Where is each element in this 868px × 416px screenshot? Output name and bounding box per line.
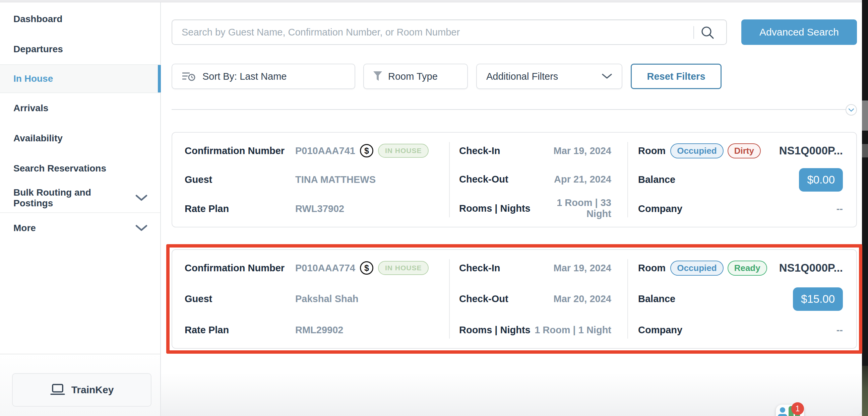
search-icon[interactable]	[700, 25, 715, 40]
check-in-date: Mar 19, 2024	[553, 146, 611, 156]
dollar-icon[interactable]: $	[360, 261, 373, 275]
chat-logo-shape	[778, 414, 787, 416]
sidebar-item-label: Availability	[13, 133, 63, 144]
chevron-down-icon	[601, 73, 612, 79]
confirmation-label: Confirmation Number	[185, 146, 295, 156]
sidebar-item-departures[interactable]: Departures	[0, 34, 160, 64]
rooms-nights-value: 1 Room | 1 Night	[534, 325, 611, 335]
sidebar-item-bulk-routing-and-postings[interactable]: Bulk Routing and Postings	[0, 184, 160, 213]
sidebar-item-arrivals[interactable]: Arrivals	[0, 93, 160, 123]
sidebar-item-more[interactable]: More	[0, 213, 160, 243]
room-type-label: Room Type	[388, 71, 438, 82]
company-value: --	[837, 203, 843, 214]
check-in-date: Mar 19, 2024	[553, 263, 611, 274]
divider-line	[172, 109, 846, 110]
room-number: NS1Q000P...	[779, 262, 843, 274]
sidebar-item-label: More	[13, 223, 36, 233]
laptop-icon	[50, 384, 65, 396]
card-col-dates: Check-In Mar 19, 2024 Check-Out Mar 20, …	[449, 250, 627, 348]
chevron-down-icon	[135, 195, 148, 201]
check-out-date: Mar 20, 2024	[553, 293, 611, 305]
search-input[interactable]	[172, 20, 726, 44]
balance-button[interactable]: $0.00	[799, 168, 843, 192]
sidebar-item-in-house[interactable]: In House	[0, 64, 160, 93]
additional-filters-dropdown[interactable]: Additional Filters	[476, 64, 622, 89]
room-type-filter[interactable]: Room Type	[363, 64, 468, 89]
guest-name: Pakshal Shah	[295, 293, 359, 305]
sidebar: Dashboard Departures In House Arrivals A…	[0, 2, 161, 416]
sidebar-item-label: In House	[13, 73, 53, 84]
filter-row: Sort By: Last Name Room Type Additional …	[172, 64, 857, 89]
chat-logo-shape	[780, 407, 785, 413]
confirmation-group: P010AAA774 $ IN HOUSE	[295, 261, 429, 275]
sort-by-dropdown[interactable]: Sort By: Last Name	[172, 64, 355, 89]
dollar-icon[interactable]: $	[360, 144, 373, 157]
confirmation-label: Confirmation Number	[185, 263, 295, 274]
in-house-screen: { "sidebar": { "items": [ {"label": "Das…	[0, 0, 868, 416]
sidebar-item-label: Departures	[13, 44, 63, 55]
check-in-label: Check-In	[459, 146, 500, 156]
sidebar-item-label: Arrivals	[13, 103, 48, 114]
sidebar-item-label: Dashboard	[13, 14, 62, 25]
card-col-reservation: Confirmation Number P010AAA741 $ IN HOUS…	[172, 133, 449, 227]
sort-icon	[182, 71, 196, 82]
rooms-nights-label: Rooms | Nights	[459, 325, 530, 335]
balance-label: Balance	[638, 174, 675, 185]
advanced-search-button[interactable]: Advanced Search	[741, 20, 857, 45]
reservation-card[interactable]: Confirmation Number P010AAA774 $ IN HOUS…	[172, 249, 857, 349]
rooms-nights-label: Rooms | Nights	[459, 203, 530, 214]
additional-filters-label: Additional Filters	[486, 71, 558, 82]
search-row: Advanced Search	[172, 20, 857, 45]
company-label: Company	[638, 325, 682, 335]
search-box	[172, 20, 727, 45]
balance-label: Balance	[638, 293, 675, 305]
sidebar-item-dashboard[interactable]: Dashboard	[0, 4, 160, 34]
room-label: Room	[638, 146, 665, 156]
room-number: NS1Q000P...	[779, 145, 843, 157]
chevron-down-icon	[848, 108, 854, 112]
card-col-room: Room Occupied Ready NS1Q000P... Balance …	[627, 250, 858, 348]
collapse-toggle[interactable]	[845, 104, 857, 116]
desktop-edge	[862, 0, 868, 416]
notification-badge: 1	[791, 402, 804, 415]
check-out-label: Check-Out	[459, 174, 508, 185]
check-in-label: Check-In	[459, 263, 500, 274]
occupied-pill: Occupied	[670, 261, 723, 276]
check-out-label: Check-Out	[459, 293, 508, 305]
confirmation-number: P010AAA774	[295, 263, 355, 274]
guest-label: Guest	[185, 293, 295, 305]
housekeeping-pill: Dirty	[727, 143, 761, 158]
sidebar-item-availability[interactable]: Availability	[0, 123, 160, 153]
sidebar-item-search-reservations[interactable]: Search Reservations	[0, 153, 160, 184]
rate-plan-value: RWL37902	[295, 203, 344, 214]
list-divider	[172, 104, 857, 116]
in-house-status-badge: IN HOUSE	[378, 144, 429, 158]
funnel-icon	[373, 71, 383, 82]
check-out-date: Apr 21, 2024	[554, 174, 611, 185]
main-content: Advanced Search Sort By: Last Name Room …	[161, 2, 862, 416]
occupied-pill: Occupied	[670, 143, 723, 158]
highlight-annotation: Confirmation Number P010AAA774 $ IN HOUS…	[166, 244, 862, 354]
rate-plan-label: Rate Plan	[185, 325, 295, 335]
search-divider	[693, 26, 694, 39]
room-label: Room	[638, 263, 665, 274]
sidebar-item-label: Search Reservations	[13, 163, 106, 174]
confirmation-number: P010AAA741	[295, 146, 355, 156]
chevron-down-icon	[135, 225, 148, 231]
sort-by-label: Sort By: Last Name	[203, 71, 286, 82]
reset-filters-button[interactable]: Reset Filters	[631, 64, 721, 89]
rate-plan-value: RML29902	[295, 325, 343, 335]
reservation-card[interactable]: Confirmation Number P010AAA741 $ IN HOUS…	[172, 132, 857, 227]
card-col-reservation: Confirmation Number P010AAA774 $ IN HOUS…	[172, 250, 449, 348]
guest-name: TINA MATTHEWS	[295, 174, 376, 185]
company-label: Company	[638, 203, 682, 214]
company-value: --	[837, 325, 843, 335]
in-house-status-badge: IN HOUSE	[378, 261, 429, 275]
balance-button[interactable]: $15.00	[793, 287, 843, 311]
trainkey-button[interactable]: TrainKey	[12, 373, 152, 407]
confirmation-group: P010AAA741 $ IN HOUSE	[295, 144, 429, 158]
rooms-nights-value: 1 Room | 33 Night	[530, 197, 611, 219]
sidebar-footer: TrainKey	[0, 354, 160, 416]
housekeeping-pill: Ready	[727, 261, 767, 276]
room-status-pills: Occupied Dirty	[670, 143, 761, 158]
